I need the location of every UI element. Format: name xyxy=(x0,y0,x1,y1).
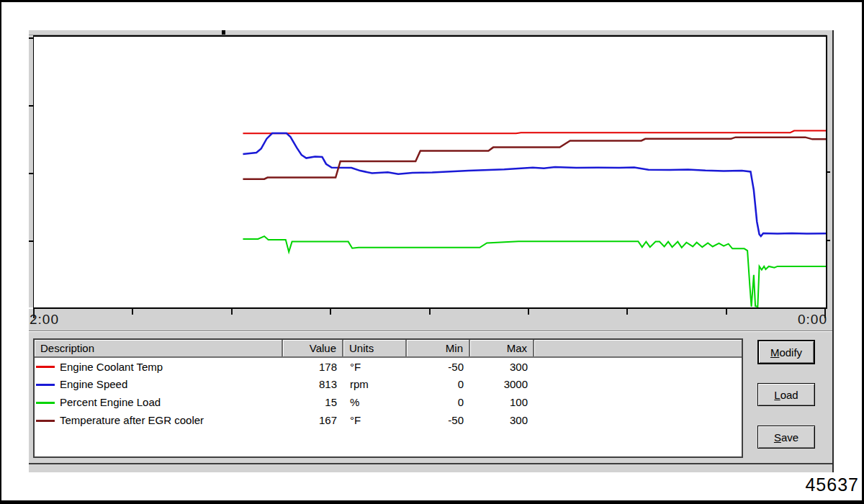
row-description: Engine Coolant Temp xyxy=(60,361,163,373)
save-button[interactable]: Save xyxy=(757,426,815,449)
chart-svg xyxy=(34,37,826,307)
x-axis-label-right: 0:00 xyxy=(798,312,827,328)
series-color-swatch xyxy=(36,402,55,404)
top-ruler xyxy=(29,30,832,35)
row-min-cell: 0 xyxy=(406,393,469,411)
table-empty-space xyxy=(35,429,742,456)
series-line-0 xyxy=(243,130,826,133)
x-axis-tick xyxy=(132,309,133,315)
series-line-2 xyxy=(243,236,826,307)
row-filler-cell xyxy=(534,357,742,375)
time-axis: 2:00 0:00 xyxy=(29,309,832,330)
table-body: Engine Coolant Temp178°F-50300Engine Spe… xyxy=(35,357,742,456)
series-line-1 xyxy=(243,133,826,236)
series-color-swatch xyxy=(36,420,55,422)
x-axis-tick xyxy=(33,309,35,318)
ruler-marker xyxy=(222,30,225,35)
table-row[interactable]: Engine Speed813rpm03000 xyxy=(35,375,742,393)
row-description-cell: Temperature after EGR cooler xyxy=(35,411,282,429)
modify-button[interactable]: Modify xyxy=(757,340,815,364)
row-min-cell: -50 xyxy=(406,411,469,429)
x-axis-tick xyxy=(726,309,727,315)
series-color-swatch xyxy=(36,366,55,368)
table-row[interactable]: Temperature after EGR cooler167°F-50300 xyxy=(35,411,742,429)
row-value-cell: 813 xyxy=(282,375,343,393)
row-value-cell: 167 xyxy=(282,411,343,429)
column-header-value[interactable]: Value xyxy=(282,340,343,357)
x-axis-tick xyxy=(824,309,826,318)
row-units-cell: °F xyxy=(343,411,406,429)
row-value-cell: 15 xyxy=(282,393,343,411)
row-filler-cell xyxy=(534,411,742,429)
right-ruler xyxy=(827,30,832,330)
row-units-cell: % xyxy=(343,393,406,411)
chart-plot-area[interactable] xyxy=(33,35,827,309)
table-row[interactable]: Engine Coolant Temp178°F-50300 xyxy=(35,357,742,375)
row-max-cell: 100 xyxy=(469,393,534,411)
row-description: Temperature after EGR cooler xyxy=(60,414,204,426)
figure-number: 45637 xyxy=(805,474,859,495)
column-header-min[interactable]: Min xyxy=(406,340,469,357)
window-right-edge xyxy=(832,30,834,472)
x-axis-tick xyxy=(429,309,431,315)
row-description-cell: Engine Coolant Temp xyxy=(35,357,282,375)
series-color-swatch xyxy=(36,384,55,386)
x-axis-tick xyxy=(231,309,233,315)
x-axis-tick xyxy=(626,309,628,315)
window-bottom-edge xyxy=(29,464,832,472)
x-axis-tick xyxy=(528,309,529,315)
row-description-cell: Engine Speed xyxy=(35,375,282,393)
column-header-filler xyxy=(534,340,742,357)
row-min-cell: -50 xyxy=(406,357,469,375)
row-description: Engine Speed xyxy=(60,378,127,390)
row-value-cell: 178 xyxy=(282,357,343,375)
load-button[interactable]: Load xyxy=(757,383,815,406)
row-min-cell: 0 xyxy=(406,375,469,393)
row-max-cell: 3000 xyxy=(469,375,534,393)
table-header-row: Description Value Units Min Max xyxy=(35,340,742,357)
row-units-cell: °F xyxy=(343,357,406,375)
row-description: Percent Engine Load xyxy=(60,396,161,408)
row-filler-cell xyxy=(534,375,742,393)
series-line-3 xyxy=(243,138,826,179)
parameter-table: Description Value Units Min Max Engine C… xyxy=(33,338,743,458)
row-description-cell: Percent Engine Load xyxy=(35,393,282,411)
row-units-cell: rpm xyxy=(343,375,406,393)
table-row[interactable]: Percent Engine Load15%0100 xyxy=(35,393,742,411)
row-max-cell: 300 xyxy=(469,411,534,429)
column-header-description[interactable]: Description xyxy=(35,340,282,357)
row-max-cell: 300 xyxy=(469,357,534,375)
column-header-max[interactable]: Max xyxy=(469,340,534,357)
row-filler-cell xyxy=(534,393,742,411)
control-panel: Description Value Units Min Max Engine C… xyxy=(29,332,832,464)
datalogger-window: 2:00 0:00 Description Value Units Min Ma… xyxy=(29,30,834,472)
column-header-units[interactable]: Units xyxy=(343,340,406,357)
x-axis-tick xyxy=(330,309,331,315)
